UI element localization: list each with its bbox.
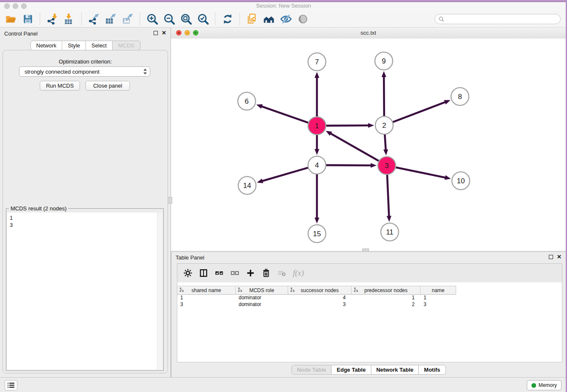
search-icon: [438, 16, 445, 22]
close-panel-icon[interactable]: ✕: [162, 31, 166, 35]
import-network-icon[interactable]: [44, 12, 61, 26]
network-canvas[interactable]: 7968124314101511: [171, 39, 566, 251]
column-header-mcds-role[interactable]: MCDS role: [236, 286, 288, 294]
graph-edge-1-6[interactable]: [261, 106, 308, 123]
column-header-shared-name[interactable]: shared name: [177, 286, 236, 294]
close-panel-icon[interactable]: ✕: [557, 255, 561, 259]
copy-network-icon[interactable]: [244, 12, 261, 26]
graph-edge-4-14[interactable]: [261, 168, 308, 181]
zoom-in-icon[interactable]: [144, 12, 161, 26]
table-row[interactable]: 3dominator323: [177, 301, 562, 308]
table-toolbar: f(x): [177, 264, 562, 282]
column-header-predecessor-nodes[interactable]: predecessor nodes: [352, 286, 421, 294]
graph-arrowhead: [314, 72, 319, 78]
table-cell[interactable]: 3: [288, 301, 352, 307]
graph-node-label: 8: [458, 93, 462, 101]
graph-edge-3-10[interactable]: [396, 167, 446, 178]
graph-arrowhead: [445, 175, 451, 180]
search-box[interactable]: [435, 14, 561, 24]
import-table-icon[interactable]: [61, 12, 78, 26]
column-header-successor-nodes[interactable]: successor nodes: [288, 286, 352, 294]
delete-columns-icon[interactable]: [260, 267, 272, 279]
zoom-out-icon[interactable]: [161, 12, 178, 26]
tab-network-table[interactable]: Network Table: [371, 365, 419, 375]
mcds-result-line: 3: [10, 221, 160, 229]
mcds-result-scrollbar[interactable]: [157, 213, 162, 370]
zoom-fit-icon[interactable]: [178, 12, 195, 26]
table-panel-title: Table Panel: [176, 254, 204, 261]
title-bar[interactable]: Session: New Session: [0, 0, 567, 11]
table-body: 1dominator4113dominator323: [177, 294, 562, 308]
tab-style[interactable]: Style: [62, 41, 86, 50]
zoom-selected-icon[interactable]: [195, 12, 212, 26]
table-cell[interactable]: dominator: [236, 301, 288, 307]
table-cell[interactable]: 3: [177, 301, 236, 307]
horizontal-splitter-handle[interactable]: [362, 248, 369, 252]
tab-mcds[interactable]: MCDS: [112, 41, 140, 50]
tab-motifs[interactable]: Motifs: [418, 365, 446, 375]
export-network-icon[interactable]: [85, 12, 102, 26]
deselect-all-checkboxes-icon[interactable]: [228, 267, 241, 279]
vertical-splitter-handle[interactable]: [168, 197, 172, 204]
mcds-result-text: 13: [7, 213, 162, 230]
home-icon[interactable]: [261, 12, 278, 26]
task-history-button[interactable]: [5, 380, 17, 390]
export-image-icon[interactable]: [119, 12, 136, 26]
graph-node-label: 10: [457, 177, 465, 185]
toolbar-separator: [81, 13, 82, 25]
function-builder-icon[interactable]: f(x): [291, 268, 304, 278]
table-panel-tabs: Node Table Edge Table Network Table Moti…: [292, 365, 446, 375]
graph-edge-3-1[interactable]: [330, 133, 379, 161]
network-window-titlebar[interactable]: ✕ − + scc.txt: [171, 27, 566, 39]
search-input[interactable]: [445, 16, 560, 23]
hide-graphics-eye-icon[interactable]: [278, 12, 295, 26]
add-column-icon[interactable]: [244, 267, 257, 279]
table-cell[interactable]: 4: [288, 295, 352, 301]
graph-edge-1-2[interactable]: [326, 125, 369, 126]
memory-button[interactable]: Memory: [527, 380, 561, 390]
close-panel-button[interactable]: Close panel: [85, 81, 130, 91]
tab-select[interactable]: Select: [85, 41, 113, 50]
table-cell[interactable]: 1: [177, 295, 236, 301]
tab-edge-table[interactable]: Edge Table: [331, 365, 371, 375]
mcds-result-textarea[interactable]: 13: [7, 213, 162, 370]
table-cell[interactable]: 3: [421, 301, 456, 307]
table-cell[interactable]: 1: [421, 295, 456, 301]
network-window-title: scc.txt: [171, 30, 566, 36]
tab-node-table[interactable]: Node Table: [292, 365, 332, 375]
save-icon[interactable]: [19, 12, 36, 26]
table-row[interactable]: 1dominator411: [177, 294, 562, 301]
show-columns-icon[interactable]: [197, 267, 210, 279]
graph-node-label: 9: [382, 57, 385, 65]
graph-edge-2-8[interactable]: [393, 102, 446, 122]
graph-edge-3-11[interactable]: [387, 174, 389, 217]
table-cell[interactable]: 1: [352, 295, 421, 301]
graph-node-label: 1: [315, 122, 319, 130]
toolbar-separator: [40, 13, 41, 25]
graph-node-label: 14: [243, 182, 251, 190]
table-panel: Table Panel ✕: [171, 251, 566, 378]
hierarchy-icon: [354, 287, 358, 292]
memory-status-dot: [531, 383, 536, 388]
show-graphics-eye-icon[interactable]: [295, 12, 311, 26]
graph-edge-2-9[interactable]: [384, 76, 384, 116]
select-all-checkboxes-icon[interactable]: [213, 267, 226, 279]
mcds-result-group: MCDS result (2 nodes) 13: [6, 208, 164, 371]
delete-table-icon[interactable]: [275, 267, 288, 279]
refresh-layout-icon[interactable]: [219, 12, 236, 26]
column-header-name[interactable]: name: [421, 286, 456, 294]
network-graph: 7968124314101511: [171, 39, 567, 251]
run-mcds-button[interactable]: Run MCDS: [40, 81, 80, 91]
table-cell[interactable]: dominator: [236, 295, 288, 301]
optimization-criterion-label: Optimization criterion:: [0, 58, 171, 65]
table-cell[interactable]: 2: [352, 301, 421, 307]
export-table-icon[interactable]: [102, 12, 119, 26]
open-folder-icon[interactable]: [3, 12, 19, 26]
float-panel-icon[interactable]: [549, 255, 553, 259]
graph-edge-4-3[interactable]: [326, 165, 372, 166]
settings-gear-icon[interactable]: [182, 267, 194, 279]
graph-edge-2-3[interactable]: [385, 134, 385, 151]
optimization-criterion-dropdown[interactable]: strongly connected component: [19, 66, 150, 77]
tab-network[interactable]: Network: [30, 41, 62, 50]
float-panel-icon[interactable]: [154, 31, 158, 35]
